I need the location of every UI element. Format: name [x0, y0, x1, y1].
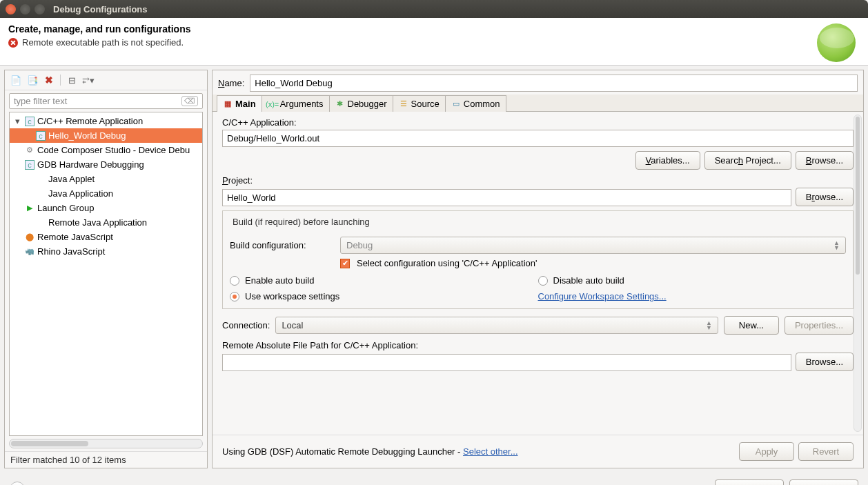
- separator: [60, 75, 61, 86]
- tree-item[interactable]: ▶Launch Group: [10, 201, 202, 215]
- tab-debugger[interactable]: ✱ Debugger: [329, 95, 393, 112]
- tab-label: Main: [235, 99, 256, 109]
- build-legend: Build (if required) before launching: [230, 217, 373, 227]
- tree-item-label: Remote JavaScript: [37, 232, 113, 242]
- filter-status: Filter matched 10 of 12 items: [5, 451, 207, 468]
- dialog-header: Create, manage, and run configurations R…: [0, 18, 868, 66]
- vertical-scrollbar[interactable]: [854, 115, 862, 432]
- tree-item-label: Java Applet: [48, 174, 95, 184]
- project-label: Project:: [222, 175, 854, 186]
- tree-item[interactable]: cHello_World Debug: [10, 128, 202, 143]
- revert-button: Revert: [798, 442, 854, 461]
- debug-button: Debug: [789, 479, 858, 485]
- tree-item-label: Rhino JavaScript: [37, 246, 105, 257]
- debug-bug-icon: [817, 23, 856, 62]
- filter-placeholder: type filter text: [14, 96, 67, 106]
- remote-path-label: Remote Absolute File Path for C/C++ Appl…: [222, 340, 854, 350]
- tab-source[interactable]: ☰ Source: [393, 95, 446, 112]
- error-icon: [8, 38, 18, 48]
- search-project-button[interactable]: Search Project...: [704, 151, 791, 170]
- tree-item-label: Launch Group: [37, 203, 94, 213]
- tree-item[interactable]: cGDB Hardware Debugging: [10, 157, 202, 172]
- error-message: Remote executable path is not specified.: [22, 37, 184, 48]
- tree-item[interactable]: Java Applet: [10, 172, 202, 186]
- app-label: C/C++ Application:: [222, 117, 854, 128]
- browse-app-button[interactable]: Browse...: [796, 151, 854, 170]
- project-input[interactable]: [222, 189, 791, 206]
- window-close-icon[interactable]: [6, 4, 16, 14]
- delete-config-icon[interactable]: ✖: [42, 73, 56, 87]
- tree-item[interactable]: ⚙Code Composer Studio - Device Debu: [10, 143, 202, 157]
- tree-item-label: Code Composer Studio - Device Debu: [37, 145, 190, 155]
- browse-project-button[interactable]: Browse...: [796, 188, 854, 206]
- browse-remote-button[interactable]: Browse...: [796, 353, 854, 371]
- disable-auto-label: Disable auto build: [553, 275, 624, 286]
- dialog-footer: ? Close Debug: [0, 473, 868, 485]
- tree-item-label: Java Application: [48, 188, 113, 199]
- collapse-all-icon[interactable]: ⊟: [65, 73, 79, 87]
- tab-label: Source: [411, 99, 440, 109]
- build-config-select[interactable]: Debug ▲▼: [340, 237, 846, 254]
- tree-item[interactable]: Remote Java Application: [10, 215, 202, 230]
- tab-main[interactable]: ▦ Main: [217, 95, 262, 112]
- config-detail-panel: Name: ▦ Main(x)= Arguments✱ Debugger☰ So…: [212, 70, 864, 468]
- name-label: Name:: [218, 78, 244, 88]
- tree-item-label: Remote Java Application: [48, 217, 147, 228]
- tree-item[interactable]: ⬤Remote JavaScript: [10, 230, 202, 244]
- help-icon[interactable]: ?: [10, 482, 25, 486]
- filter-input[interactable]: type filter text ⌫: [9, 93, 203, 109]
- config-toolbar: 📄 📑 ✖ ⊟ ⥂▾: [5, 70, 207, 90]
- tab-label: Arguments: [280, 99, 324, 109]
- new-config-icon[interactable]: 📄: [9, 73, 23, 87]
- app-input[interactable]: [222, 130, 854, 147]
- config-list-panel: 📄 📑 ✖ ⊟ ⥂▾ type filter text ⌫ ▾cC/C++ Re…: [4, 70, 208, 468]
- use-workspace-label: Use workspace settings: [245, 291, 339, 301]
- close-button[interactable]: Close: [715, 479, 784, 485]
- tree-item-label: Hello_World Debug: [48, 130, 126, 141]
- window-maximize-icon[interactable]: [34, 4, 45, 14]
- name-input[interactable]: [250, 75, 858, 92]
- launcher-text: Using GDB (DSF) Automatic Remote Debuggi…: [222, 446, 463, 457]
- connection-label: Connection:: [222, 320, 270, 330]
- build-config-label: Build configuration:: [230, 240, 333, 250]
- apply-button: Apply: [739, 442, 794, 461]
- horizontal-scrollbar[interactable]: [9, 439, 203, 448]
- duplicate-config-icon[interactable]: 📑: [26, 73, 39, 87]
- tab-bar: ▦ Main(x)= Arguments✱ Debugger☰ Source▭ …: [213, 95, 863, 112]
- connection-select[interactable]: Local ▲▼: [275, 317, 718, 334]
- tab-arguments[interactable]: (x)= Arguments: [262, 95, 330, 112]
- tree-item[interactable]: Java Application: [10, 186, 202, 201]
- window-title: Debug Configurations: [53, 4, 148, 14]
- build-fieldset: Build (if required) before launching Bui…: [222, 210, 854, 309]
- updown-icon: ▲▼: [706, 321, 712, 330]
- select-other-link[interactable]: Select other...: [463, 446, 518, 457]
- enable-auto-radio[interactable]: [230, 276, 239, 286]
- disable-auto-radio[interactable]: [538, 276, 548, 286]
- properties-button: Properties...: [785, 316, 854, 335]
- tree-item[interactable]: 🦏Rhino JavaScript: [10, 244, 202, 259]
- filter-icon[interactable]: ⥂▾: [81, 73, 95, 87]
- configure-workspace-link[interactable]: Configure Workspace Settings...: [538, 291, 667, 301]
- tree-item[interactable]: ▾cC/C++ Remote Application: [10, 114, 202, 128]
- tab-common[interactable]: ▭ Common: [445, 95, 506, 112]
- window-titlebar: Debug Configurations: [0, 0, 868, 18]
- launcher-row: Using GDB (DSF) Automatic Remote Debuggi…: [213, 435, 863, 468]
- tab-label: Common: [464, 99, 500, 109]
- page-title: Create, manage, and run configurations: [8, 23, 191, 34]
- updown-icon: ▲▼: [834, 241, 840, 250]
- tab-main-content: C/C++ Application: Variables... Search P…: [213, 112, 863, 435]
- variables-button[interactable]: Variables...: [635, 151, 700, 170]
- new-connection-button[interactable]: New...: [724, 316, 779, 335]
- config-tree[interactable]: ▾cC/C++ Remote ApplicationcHello_World D…: [9, 112, 203, 436]
- remote-path-input[interactable]: [222, 354, 791, 371]
- select-config-checkbox[interactable]: ✔: [340, 259, 350, 268]
- tree-item-label: C/C++ Remote Application: [37, 116, 143, 126]
- select-config-label: Select configuration using 'C/C++ Applic…: [357, 258, 537, 268]
- enable-auto-label: Enable auto build: [245, 275, 314, 286]
- clear-filter-icon[interactable]: ⌫: [181, 96, 198, 106]
- tree-item-label: GDB Hardware Debugging: [37, 159, 144, 170]
- window-minimize-icon[interactable]: [20, 4, 30, 14]
- tab-label: Debugger: [348, 99, 387, 109]
- use-workspace-radio[interactable]: [230, 292, 239, 301]
